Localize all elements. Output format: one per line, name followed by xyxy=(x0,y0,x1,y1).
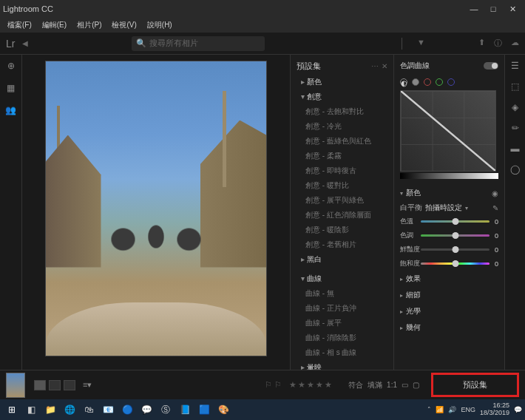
info-icon[interactable]: ⓘ xyxy=(494,38,502,50)
tray-up-icon[interactable]: ˄ xyxy=(427,406,431,413)
slider-temp[interactable] xyxy=(421,220,490,223)
tray-sound-icon[interactable]: 🔊 xyxy=(448,406,456,413)
app-outlook-icon[interactable]: 📧 xyxy=(99,401,117,419)
minimize-button[interactable]: — xyxy=(464,1,484,16)
share-icon[interactable]: ⬆ xyxy=(478,38,485,50)
curve-red-dot[interactable] xyxy=(424,78,431,86)
rating-stars[interactable]: ★★★★★ xyxy=(289,380,333,390)
preset-group-color[interactable]: 顏色 xyxy=(291,75,393,89)
flag-buttons[interactable]: ⚐ ⚐ xyxy=(265,380,282,390)
zoom-original-icon[interactable]: ▢ xyxy=(413,381,419,389)
app-edge-icon[interactable]: 🌐 xyxy=(61,401,78,419)
photo-canvas[interactable] xyxy=(22,55,290,370)
section-color[interactable]: 顏色 xyxy=(406,188,492,198)
app-lightroom-icon[interactable]: 🟦 xyxy=(195,401,213,419)
menu-edit[interactable]: 編輯(E) xyxy=(38,18,71,32)
slider-tint[interactable] xyxy=(421,234,490,237)
slider-temp-value[interactable]: 0 xyxy=(490,218,498,226)
zoom-fill[interactable]: 填滿 xyxy=(368,380,382,390)
app-chrome-icon[interactable]: 🔵 xyxy=(118,401,136,419)
library-icon[interactable]: ▦ xyxy=(7,83,15,93)
section-tonecurve[interactable]: 色調曲線 xyxy=(400,61,484,71)
presets-button[interactable]: 預設集 xyxy=(431,373,519,397)
preset-item[interactable]: 創意 - 暖陰影 xyxy=(291,223,393,237)
view-grid-icon[interactable] xyxy=(34,380,46,390)
tone-curve-strip[interactable] xyxy=(400,173,498,179)
preset-item[interactable]: 曲線 - 展平 xyxy=(291,316,393,331)
presets-menu-icon[interactable]: ⋯ xyxy=(371,62,379,70)
section-effects[interactable]: 效果 xyxy=(406,274,498,284)
tray-notifications-icon[interactable]: 💬 xyxy=(514,406,522,413)
app-word-icon[interactable]: 📘 xyxy=(176,401,194,419)
radial-gradient-icon[interactable]: ◯ xyxy=(510,164,520,175)
maximize-button[interactable]: □ xyxy=(484,1,503,16)
preset-group-bw[interactable]: 黑白 xyxy=(291,252,393,267)
section-optics[interactable]: 光學 xyxy=(406,306,498,316)
curve-white-dot[interactable] xyxy=(412,78,419,86)
app-skype-icon[interactable]: Ⓢ xyxy=(157,401,175,419)
preset-item[interactable]: 創意 - 即時復古 xyxy=(291,163,393,178)
slider-vibrance[interactable] xyxy=(421,248,490,251)
linear-gradient-icon[interactable]: ▬ xyxy=(511,143,520,154)
wb-value[interactable]: 拍攝時設定 xyxy=(425,203,462,213)
app-whatsapp-icon[interactable]: 💬 xyxy=(138,401,155,419)
preset-item[interactable]: 創意 - 去飽和對比 xyxy=(291,104,393,119)
menu-help[interactable]: 說明(H) xyxy=(143,18,177,32)
app-store-icon[interactable]: 🛍 xyxy=(80,401,98,419)
people-icon[interactable]: 👥 xyxy=(5,105,16,115)
menu-photo[interactable]: 相片(P) xyxy=(72,18,106,32)
slider-saturation[interactable] xyxy=(421,262,490,265)
app-explorer-icon[interactable]: 📁 xyxy=(41,401,59,419)
windows-start-icon[interactable]: ⊞ xyxy=(3,401,21,419)
preset-group-creative[interactable]: 創意 xyxy=(291,89,393,104)
preset-item[interactable]: 創意 - 紅色消除層面 xyxy=(291,208,393,223)
curve-param-icon[interactable]: ◐ xyxy=(400,78,407,86)
edit-sliders-icon[interactable]: ☰ xyxy=(511,61,519,71)
close-button[interactable]: ✕ xyxy=(503,1,522,16)
back-arrow-icon[interactable]: ◀ xyxy=(22,39,28,47)
chevron-down-icon[interactable]: ▾ xyxy=(465,205,468,211)
preset-item[interactable]: 創意 - 暖對比 xyxy=(291,178,393,193)
add-photo-icon[interactable]: ⊕ xyxy=(7,61,15,71)
preset-group-curve[interactable]: 曲線 xyxy=(291,271,393,286)
preset-item[interactable]: 創意 - 藍綠色與紅色 xyxy=(291,134,393,149)
curve-green-dot[interactable] xyxy=(436,78,443,86)
curve-blue-dot[interactable] xyxy=(447,78,455,86)
zoom-oneone[interactable]: 1:1 xyxy=(387,381,397,389)
tonecurve-toggle[interactable] xyxy=(484,62,498,70)
filter-icon[interactable]: ▼ xyxy=(417,38,425,50)
preset-item[interactable]: 曲線 - 正片負沖 xyxy=(291,301,393,316)
color-mixer-icon[interactable]: ◉ xyxy=(492,189,498,197)
preset-item[interactable]: 創意 - 冷光 xyxy=(291,119,393,134)
brush-icon[interactable]: ✏ xyxy=(512,123,519,133)
preset-item[interactable]: 曲線 - 無 xyxy=(291,286,393,301)
preset-item[interactable]: 創意 - 展平與綠色 xyxy=(291,193,393,208)
crop-icon[interactable]: ⬚ xyxy=(511,81,519,92)
zoom-fit[interactable]: 符合 xyxy=(348,380,363,390)
preset-item[interactable]: 創意 - 老舊相片 xyxy=(291,237,393,252)
cloud-icon[interactable]: ☁ xyxy=(511,38,519,50)
tray-network-icon[interactable]: 📶 xyxy=(436,406,444,413)
taskbar-clock[interactable]: 16:25 18/3/2019 xyxy=(480,402,509,417)
search-input[interactable]: 🔍 搜尋所有相片 xyxy=(132,36,265,51)
slider-saturation-value[interactable]: 0 xyxy=(490,260,498,268)
heal-icon[interactable]: ◈ xyxy=(512,102,518,112)
presets-close-icon[interactable]: ✕ xyxy=(382,62,387,70)
view-detail-icon[interactable] xyxy=(64,380,75,390)
preset-item[interactable]: 創意 - 柔霧 xyxy=(291,149,393,163)
preset-item[interactable]: 曲線 - 相 s 曲線 xyxy=(291,345,393,360)
tone-curve-grid[interactable] xyxy=(400,90,496,172)
menu-view[interactable]: 檢視(V) xyxy=(107,18,140,32)
sort-button[interactable]: ≡▾ xyxy=(83,380,92,390)
view-square-icon[interactable] xyxy=(49,380,61,390)
section-detail[interactable]: 細節 xyxy=(406,290,498,300)
taskview-icon[interactable]: ◧ xyxy=(22,401,40,419)
tray-lang[interactable]: ENG xyxy=(461,406,475,413)
section-geometry[interactable]: 幾何 xyxy=(406,322,498,333)
preset-group-halo[interactable]: 暈映 xyxy=(291,360,393,370)
slider-tint-value[interactable]: 0 xyxy=(490,232,498,240)
menu-file[interactable]: 檔案(F) xyxy=(3,18,36,32)
slider-vibrance-value[interactable]: 0 xyxy=(490,246,498,254)
eyedropper-icon[interactable]: ✎ xyxy=(492,204,498,212)
preset-item[interactable]: 曲線 - 消除陰影 xyxy=(291,331,393,345)
